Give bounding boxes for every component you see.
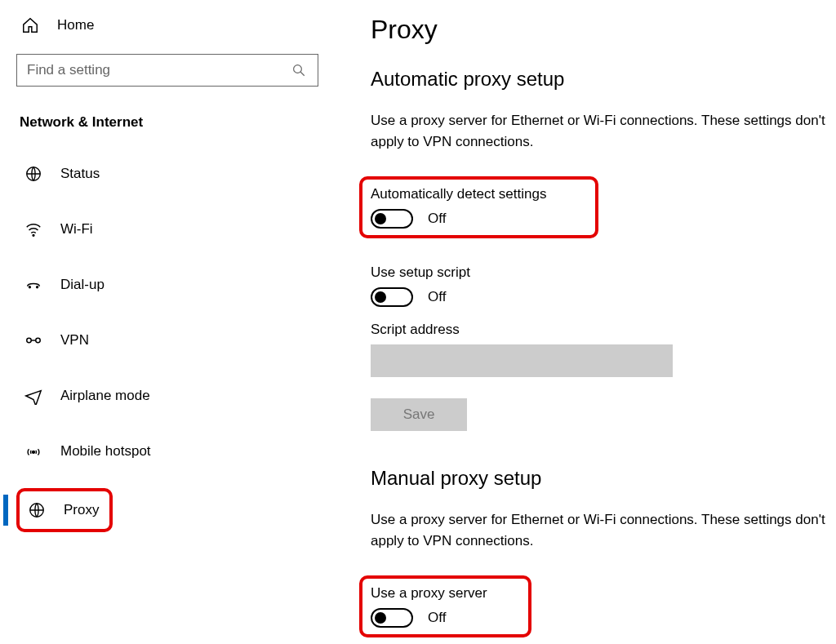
auto-detect-state: Off [428, 211, 446, 227]
setup-script-toggle[interactable] [371, 287, 413, 307]
use-proxy-setting: Use a proxy server Off [359, 575, 531, 637]
script-address-input[interactable] [371, 344, 673, 377]
sidebar-item-home[interactable]: Home [16, 15, 318, 39]
setup-script-label: Use setup script [371, 264, 828, 281]
sidebar-item-proxy[interactable]: Proxy [16, 488, 113, 532]
sidebar-item-label: Mobile hotspot [60, 443, 151, 460]
search-input[interactable]: Find a setting [16, 54, 318, 87]
script-address-label: Script address [371, 322, 828, 338]
sidebar-item-label: Wi-Fi [60, 221, 93, 238]
svg-point-3 [33, 234, 34, 236]
home-label: Home [57, 17, 94, 33]
svg-point-4 [29, 286, 31, 288]
main-content: Proxy Automatic proxy setup Use a proxy … [335, 0, 836, 644]
auto-section-heading: Automatic proxy setup [371, 68, 828, 91]
svg-point-6 [27, 338, 32, 343]
sidebar-item-dialup[interactable]: Dial-up [16, 266, 318, 304]
wifi-icon [24, 220, 42, 238]
search-icon [290, 61, 308, 79]
home-icon [21, 16, 39, 34]
use-proxy-label: Use a proxy server [371, 585, 487, 602]
svg-line-1 [300, 72, 305, 76]
sidebar-item-airplane[interactable]: Airplane mode [16, 377, 318, 415]
manual-section-description: Use a proxy server for Ethernet or Wi-Fi… [371, 509, 828, 551]
sidebar-item-hotspot[interactable]: Mobile hotspot [16, 433, 318, 470]
sidebar-item-label: VPN [60, 332, 89, 349]
globe-icon [28, 501, 46, 519]
svg-point-5 [37, 286, 38, 288]
setup-script-setting: Use setup script Off [371, 264, 828, 307]
airplane-icon [24, 387, 42, 405]
sidebar-item-label: Status [60, 166, 100, 182]
save-button[interactable]: Save [371, 398, 467, 431]
auto-detect-setting: Automatically detect settings Off [359, 176, 598, 238]
globe-icon [24, 165, 42, 183]
hotspot-icon [24, 442, 42, 460]
use-proxy-toggle[interactable] [371, 608, 413, 628]
manual-section-heading: Manual proxy setup [371, 467, 828, 490]
sidebar-item-label: Airplane mode [60, 388, 150, 404]
sidebar-item-status[interactable]: Status [16, 155, 318, 193]
vpn-icon [24, 331, 42, 349]
settings-sidebar: Home Find a setting Network & Internet S… [0, 0, 335, 644]
setup-script-state: Off [428, 289, 446, 305]
sidebar-item-vpn[interactable]: VPN [16, 322, 318, 359]
sidebar-item-label: Dial-up [60, 277, 104, 293]
sidebar-item-wifi[interactable]: Wi-Fi [16, 211, 318, 248]
sidebar-nav: Status Wi-Fi Dial-up [16, 155, 318, 532]
use-proxy-state: Off [428, 610, 446, 626]
svg-point-0 [294, 65, 302, 73]
category-heading: Network & Internet [20, 114, 318, 131]
auto-detect-toggle[interactable] [371, 209, 413, 229]
svg-point-7 [36, 338, 41, 343]
sidebar-item-label: Proxy [64, 502, 99, 518]
auto-detect-label: Automatically detect settings [371, 186, 546, 202]
page-title: Proxy [371, 15, 828, 45]
svg-point-9 [33, 451, 35, 454]
search-placeholder: Find a setting [27, 62, 110, 78]
dialup-icon [24, 276, 42, 294]
auto-section-description: Use a proxy server for Ethernet or Wi-Fi… [371, 110, 828, 152]
